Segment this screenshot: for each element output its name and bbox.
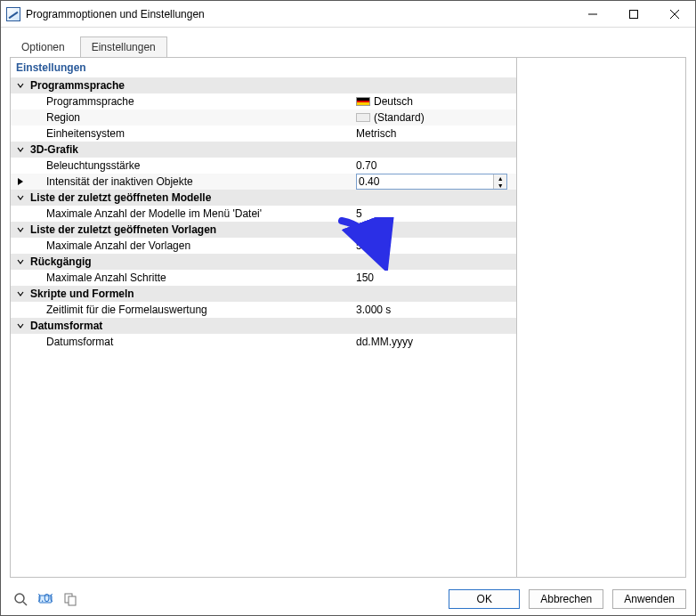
group-title-recent-templates: Liste der zuletzt geöffneten Vorlagen <box>30 223 516 236</box>
group-title-undo: Rückgängig <box>30 255 516 268</box>
intensity-input[interactable] <box>357 174 493 189</box>
group-header-undo[interactable]: Rückgängig <box>11 254 516 270</box>
row-value[interactable]: 0.70 <box>356 159 516 172</box>
row-inactive-intensity[interactable]: Intensität der inaktiven Objekte ▲ ▼ <box>11 174 516 190</box>
minimize-button[interactable] <box>572 1 613 28</box>
group-header-recent-templates[interactable]: Liste der zuletzt geöffneten Vorlagen <box>11 222 516 238</box>
intensity-spinner[interactable]: ▲ ▼ <box>356 174 507 190</box>
chevron-down-icon <box>11 321 30 330</box>
row-language[interactable]: Programmsprache Deutsch <box>11 93 516 109</box>
group-header-dateformat[interactable]: Datumsformat <box>11 318 516 334</box>
chevron-down-icon <box>11 289 30 298</box>
row-label: Intensität der inaktiven Objekte <box>30 175 356 188</box>
svg-rect-11 <box>69 596 76 605</box>
row-value[interactable]: 3.000 s <box>356 304 516 316</box>
spinner-down-button[interactable]: ▼ <box>494 182 506 189</box>
row-value[interactable]: dd.MM.yyyy <box>356 336 516 348</box>
row-value[interactable]: 5 <box>356 207 516 220</box>
group-title-scripts: Skripte und Formeln <box>30 288 516 300</box>
row-label: Maximale Anzahl der Vorlagen <box>30 239 356 252</box>
app-icon <box>6 7 20 21</box>
row-label: Einheitensystem <box>30 127 356 140</box>
row-label: Maximale Anzahl der Modelle im Menü 'Dat… <box>30 207 356 220</box>
cancel-button[interactable]: Abbrechen <box>529 589 603 609</box>
window-title: Programmoptionen und Einstellungen <box>26 8 205 20</box>
chevron-down-icon <box>11 193 30 202</box>
row-formula-timeout[interactable]: Zeitlimit für die Formelauswertung 3.000… <box>11 302 516 318</box>
row-value[interactable]: (Standard) <box>356 111 516 124</box>
group-title-dateformat: Datumsformat <box>30 320 516 332</box>
group-title-recent-models: Liste der zuletzt geöffneten Modelle <box>30 191 516 204</box>
search-settings-button[interactable] <box>10 588 31 610</box>
maximize-button[interactable] <box>613 1 654 28</box>
property-grid: Programmsprache Programmsprache Deutsch … <box>11 77 516 577</box>
apply-button[interactable]: Anwenden <box>612 589 686 609</box>
flag-blank-icon <box>356 113 370 122</box>
ok-button[interactable]: OK <box>449 589 520 609</box>
row-label: Maximale Anzahl Schritte <box>30 272 356 284</box>
close-button[interactable] <box>654 1 695 28</box>
chevron-down-icon <box>11 225 30 234</box>
dialog-footer: 0.00 OK Abbrechen Anwenden <box>1 585 695 615</box>
chevron-down-icon <box>11 81 30 90</box>
row-max-models[interactable]: Maximale Anzahl der Modelle im Menü 'Dat… <box>11 206 516 222</box>
group-title-3d: 3D-Grafik <box>30 143 516 156</box>
row-max-templates[interactable]: Maximale Anzahl der Vorlagen 5 <box>11 238 516 254</box>
row-label: Beleuchtungsstärke <box>30 159 356 172</box>
units-display-button[interactable]: 0.00 <box>35 588 56 610</box>
svg-text:0.00: 0.00 <box>38 592 53 604</box>
row-dateformat[interactable]: Datumsformat dd.MM.yyyy <box>11 334 516 350</box>
row-label: Zeitlimit für die Formelauswertung <box>30 304 356 316</box>
group-header-language[interactable]: Programmsprache <box>11 77 516 93</box>
row-label: Datumsformat <box>30 336 356 348</box>
tabs: Optionen Einstellungen <box>1 28 695 57</box>
settings-grid-pane: Einstellungen Programmsprache Programmsp… <box>11 58 516 577</box>
svg-line-7 <box>23 602 27 605</box>
settings-pane-title: Einstellungen <box>11 58 516 77</box>
group-header-recent-models[interactable]: Liste der zuletzt geöffneten Modelle <box>11 190 516 206</box>
group-header-scripts[interactable]: Skripte und Formeln <box>11 286 516 302</box>
svg-rect-1 <box>630 10 638 18</box>
svg-point-6 <box>15 594 24 603</box>
chevron-down-icon <box>11 257 30 266</box>
title-bar: Programmoptionen und Einstellungen <box>1 1 695 28</box>
tab-content: Einstellungen Programmsprache Programmsp… <box>1 57 695 585</box>
row-region[interactable]: Region (Standard) <box>11 109 516 126</box>
row-max-undo[interactable]: Maximale Anzahl Schritte 150 <box>11 270 516 286</box>
row-value[interactable]: 5 <box>356 239 516 252</box>
row-value[interactable]: 150 <box>356 272 516 284</box>
active-row-marker-icon <box>11 177 30 186</box>
chevron-down-icon <box>11 145 30 154</box>
row-units[interactable]: Einheitensystem Metrisch <box>11 126 516 142</box>
group-title-language: Programmsprache <box>30 79 516 92</box>
tab-settings[interactable]: Einstellungen <box>80 36 167 57</box>
flag-de-icon <box>356 97 370 106</box>
spinner-up-button[interactable]: ▲ <box>494 174 506 182</box>
row-value[interactable]: ▲ ▼ <box>356 174 516 190</box>
row-label: Region <box>30 111 356 124</box>
row-value[interactable]: Deutsch <box>356 95 516 108</box>
tab-options[interactable]: Optionen <box>10 36 77 57</box>
svg-marker-4 <box>18 178 23 185</box>
settings-panel: Einstellungen Programmsprache Programmsp… <box>10 57 686 578</box>
row-lighting[interactable]: Beleuchtungsstärke 0.70 <box>11 158 516 174</box>
row-value[interactable]: Metrisch <box>356 127 516 140</box>
group-header-3d[interactable]: 3D-Grafik <box>11 142 516 158</box>
copy-settings-button[interactable] <box>60 588 81 610</box>
help-pane <box>516 58 685 577</box>
row-label: Programmsprache <box>30 95 356 108</box>
